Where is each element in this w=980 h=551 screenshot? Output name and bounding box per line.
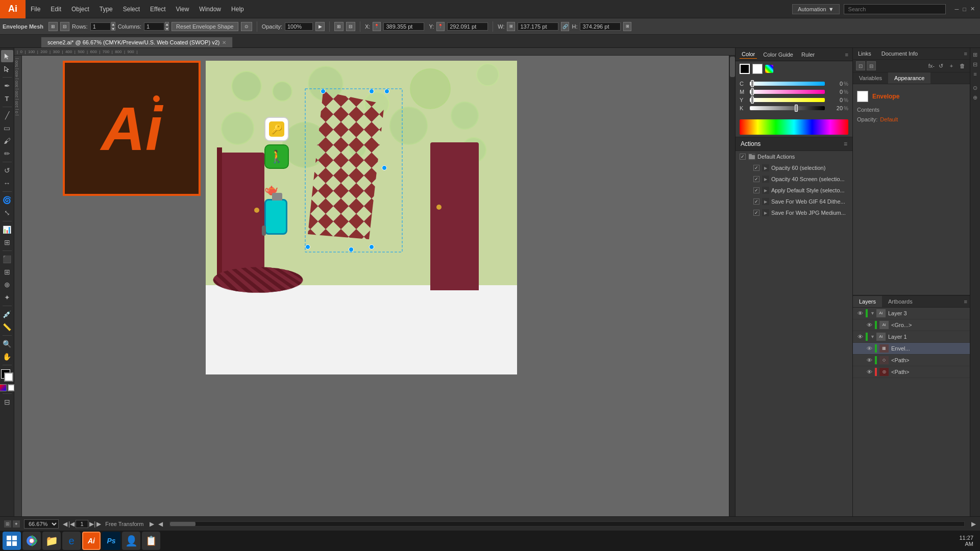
action-opacity40[interactable]: ▶ Opacity 40 Screen (selectio...: [736, 173, 852, 185]
panel-icon-2[interactable]: ⊟: [971, 60, 979, 68]
layer-path1-visibility[interactable]: 👁: [865, 356, 873, 364]
app-icon-1[interactable]: ⊡: [856, 61, 865, 70]
tool-hand[interactable]: ✋: [1, 350, 13, 363]
cyan-slider[interactable]: [750, 82, 825, 86]
tool-select[interactable]: [1, 50, 13, 62]
app-icon-4[interactable]: +: [947, 61, 956, 70]
color-fg-swatch[interactable]: [740, 64, 750, 74]
action-checkbox-3[interactable]: [753, 176, 760, 182]
tool-line[interactable]: ╱: [1, 109, 13, 121]
tool-puppet[interactable]: ✦: [1, 291, 13, 304]
artboards-tab-btn[interactable]: Artboards: [882, 296, 919, 307]
action-checkbox-6[interactable]: [753, 210, 760, 216]
envelope-swatch[interactable]: [857, 91, 868, 102]
menu-edit[interactable]: Edit: [45, 0, 66, 18]
opt-icon-5[interactable]: ⊞: [334, 22, 344, 31]
action-checkbox-4[interactable]: [753, 187, 760, 193]
action-save-jpg[interactable]: ▶ Save For Web JPG Medium...: [736, 207, 852, 218]
layers-panel-menu[interactable]: ≡: [962, 296, 970, 307]
layer-envel-row[interactable]: 👁 ▦ Envel...: [853, 343, 970, 355]
opt-icon-4[interactable]: ▶: [315, 22, 325, 31]
opt-icon-1[interactable]: ⊞: [48, 22, 58, 31]
close-button[interactable]: ✕: [970, 6, 975, 12]
tool-bar-graph[interactable]: ⊞: [1, 236, 13, 248]
opt-icon-link[interactable]: 🔗: [561, 22, 569, 31]
layer-3-expand-icon[interactable]: ▼: [870, 311, 875, 316]
cols-down[interactable]: ▼: [165, 27, 169, 31]
opt-icon-x[interactable]: 📍: [373, 22, 381, 31]
layer-3-row[interactable]: 👁 ▼ Ai Layer 3: [853, 308, 970, 319]
layer-1-visibility[interactable]: 👁: [856, 333, 864, 341]
layer-gro-row[interactable]: 👁 Ai <Gro...>: [853, 319, 970, 331]
menu-help[interactable]: Help: [226, 0, 249, 18]
document-tab[interactable]: scene2.ai* @ 66.67% (CMYK/Preview/U.S. W…: [41, 37, 233, 47]
automation-button[interactable]: Automation ▼: [792, 4, 840, 14]
tool-blend[interactable]: ⊕: [1, 279, 13, 291]
tool-mesh[interactable]: ⊞: [1, 266, 13, 278]
folder-btn[interactable]: 📁: [42, 532, 61, 550]
layer-1-row[interactable]: 👁 ▼ Ai Layer 1: [853, 331, 970, 343]
page-input[interactable]: [76, 520, 88, 528]
yellow-slider[interactable]: [750, 98, 825, 102]
menu-window[interactable]: Window: [194, 0, 226, 18]
reset-envelope-btn[interactable]: Reset Envelope Shape: [172, 22, 238, 31]
tool-type[interactable]: T: [1, 92, 13, 105]
action-default-actions[interactable]: Default Actions: [736, 151, 852, 162]
tool-rect[interactable]: ▭: [1, 122, 13, 134]
x-value[interactable]: [383, 22, 424, 31]
black-thumb[interactable]: [795, 105, 798, 112]
menu-object[interactable]: Object: [66, 0, 94, 18]
appearance-tab-btn[interactable]: Appearance: [888, 72, 930, 84]
y-value[interactable]: [447, 22, 488, 31]
tool-direct-select[interactable]: [1, 63, 13, 75]
opt-icon-6[interactable]: ⊟: [346, 22, 355, 31]
cyan-thumb[interactable]: [751, 80, 754, 87]
color-tab[interactable]: Color: [740, 50, 757, 59]
windows-start-btn[interactable]: [3, 532, 21, 550]
status-icon-2[interactable]: ✦: [13, 520, 20, 528]
maximize-button[interactable]: □: [963, 6, 966, 12]
action-checkbox-1[interactable]: [740, 154, 746, 160]
action-apply-style[interactable]: ▶ Apply Default Style (selecto...: [736, 185, 852, 196]
opt-icon-w[interactable]: ⊞: [507, 22, 515, 31]
app-icon-2[interactable]: ⊟: [867, 61, 876, 70]
layer-3-visibility[interactable]: 👁: [856, 309, 864, 317]
tool-measure[interactable]: 📏: [1, 321, 13, 333]
status-scrollbar[interactable]: [169, 521, 965, 527]
color-bg-swatch[interactable]: [752, 64, 763, 74]
ai-taskbar-btn[interactable]: Ai: [82, 532, 101, 550]
h-value[interactable]: [580, 22, 621, 31]
links-tab[interactable]: Links: [853, 48, 876, 59]
nav-start-btn[interactable]: |◀: [68, 520, 75, 528]
yellow-thumb[interactable]: [751, 96, 754, 104]
rows-down[interactable]: ▼: [111, 27, 115, 31]
color-spectrum-bar[interactable]: [740, 119, 848, 135]
ruler-tab[interactable]: Ruler: [799, 51, 817, 59]
tool-zoom[interactable]: 🔍: [1, 338, 13, 350]
nav-prev-btn[interactable]: ◀: [63, 520, 67, 528]
ps-taskbar-btn[interactable]: Ps: [102, 532, 120, 550]
actions-panel-menu[interactable]: ≡: [844, 140, 847, 147]
tab-close-btn[interactable]: ✕: [222, 40, 226, 45]
tool-mirror[interactable]: ↔: [1, 177, 13, 189]
rows-input[interactable]: [90, 22, 111, 31]
columns-input[interactable]: [144, 22, 164, 31]
rows-up[interactable]: ▲: [111, 22, 115, 26]
tool-gradient[interactable]: ⬛: [1, 253, 13, 265]
tool-pencil[interactable]: ✏: [1, 147, 13, 160]
action-opacity60[interactable]: ▶ Opacity 60 (selection): [736, 162, 852, 173]
layer-gro-visibility[interactable]: 👁: [865, 321, 873, 329]
magenta-slider[interactable]: [750, 90, 825, 94]
layer-envel-visibility[interactable]: 👁: [865, 344, 873, 353]
opt-icon-h[interactable]: ⊞: [623, 22, 631, 31]
opt-icon-3[interactable]: ⊙: [241, 22, 252, 31]
status-arrow-btn[interactable]: ▶: [150, 520, 154, 528]
stroke-swatch[interactable]: [4, 372, 13, 382]
action-checkbox-2[interactable]: [753, 165, 760, 171]
opacity-value-text[interactable]: Default: [880, 116, 898, 122]
nav-next-btn[interactable]: ▶: [96, 520, 101, 528]
person-taskbar-btn[interactable]: 👤: [122, 532, 140, 550]
color-spectrum-icon[interactable]: [765, 65, 773, 73]
black-slider[interactable]: [750, 106, 825, 110]
app-icon-3[interactable]: ↺: [936, 61, 945, 70]
